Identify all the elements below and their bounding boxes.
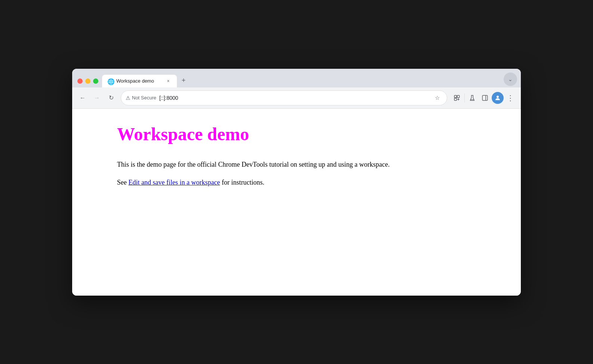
- minimize-dot[interactable]: [85, 78, 90, 84]
- workspace-link[interactable]: Edit and save files in a workspace: [129, 179, 220, 186]
- page-content: Workspace demo This is the demo page for…: [72, 109, 521, 296]
- page-description: This is the demo page for the official C…: [117, 159, 476, 170]
- labs-button[interactable]: [466, 92, 478, 104]
- address-text: [::]:8000: [159, 95, 429, 101]
- sidebar-button[interactable]: [479, 92, 491, 104]
- separator: [464, 93, 465, 102]
- page-heading: Workspace demo: [117, 124, 476, 144]
- forward-button[interactable]: →: [91, 92, 103, 104]
- close-dot[interactable]: [77, 78, 83, 84]
- security-warning: ⚠ Not Secure: [126, 95, 156, 101]
- back-button[interactable]: ←: [77, 92, 89, 104]
- more-button[interactable]: ⋮: [504, 92, 516, 104]
- profile-button[interactable]: [492, 92, 504, 104]
- page-link-line: See Edit and save files in a workspace f…: [117, 177, 476, 188]
- tab-bar: 🌐 Workspace demo × + ⌄: [72, 69, 521, 87]
- svg-rect-2: [454, 98, 457, 100]
- browser-window: 🌐 Workspace demo × + ⌄ ← → ↻ ⚠ Not Secur…: [72, 69, 521, 296]
- svg-rect-1: [457, 95, 460, 98]
- nav-bar: ← → ↻ ⚠ Not Secure [::]:8000 ☆: [72, 87, 521, 109]
- tab-favicon-icon: 🌐: [107, 78, 113, 84]
- tab-title: Workspace demo: [116, 78, 162, 84]
- svg-rect-0: [454, 95, 457, 98]
- nav-right-buttons: ⋮: [451, 92, 516, 104]
- tab-close-button[interactable]: ×: [165, 78, 172, 84]
- svg-rect-3: [482, 95, 488, 101]
- link-prefix: See: [117, 179, 129, 186]
- link-suffix: for instructions.: [220, 179, 264, 186]
- address-bar[interactable]: ⚠ Not Secure [::]:8000 ☆: [121, 90, 447, 105]
- new-tab-button[interactable]: +: [177, 74, 190, 87]
- reload-button[interactable]: ↻: [105, 92, 117, 104]
- extensions-button[interactable]: [451, 92, 463, 104]
- security-label: Not Secure: [132, 95, 156, 101]
- maximize-dot[interactable]: [93, 78, 98, 84]
- bookmark-button[interactable]: ☆: [432, 93, 442, 103]
- tab-dropdown-button[interactable]: ⌄: [504, 73, 517, 86]
- address-actions: ☆: [432, 93, 442, 103]
- svg-point-5: [497, 96, 499, 98]
- warning-icon: ⚠: [126, 95, 130, 101]
- active-tab[interactable]: 🌐 Workspace demo ×: [102, 75, 177, 87]
- window-controls: [76, 78, 102, 87]
